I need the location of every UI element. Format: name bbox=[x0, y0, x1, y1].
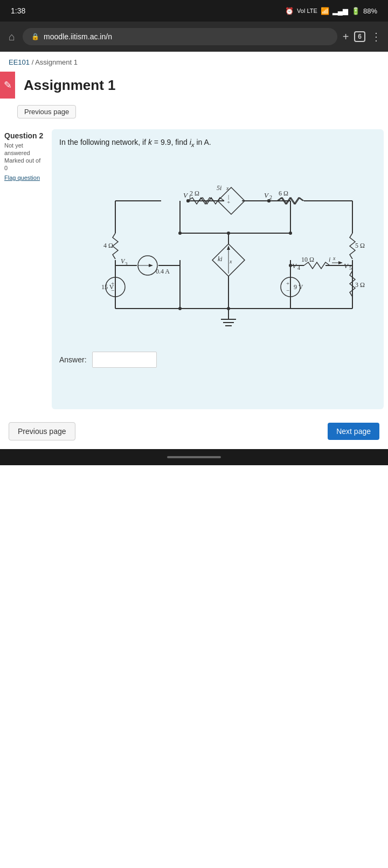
question-text: In the following network, if k = 9.9, fi… bbox=[59, 137, 376, 149]
bottom-bar bbox=[0, 449, 388, 465]
url-bar[interactable]: 🔒 moodle.iitism.ac.in/n bbox=[23, 28, 337, 45]
svg-text:x: x bbox=[332, 255, 336, 261]
svg-text:+: + bbox=[227, 199, 230, 205]
question-status-2: answered bbox=[4, 150, 47, 156]
page-title-area: ✎ Assignment 1 bbox=[0, 68, 388, 103]
svg-text:i: i bbox=[329, 256, 330, 263]
wifi-icon: 📶 bbox=[321, 7, 329, 15]
page-title: Assignment 1 bbox=[20, 77, 116, 94]
svg-text:5 Ω: 5 Ω bbox=[355, 242, 365, 249]
answer-area: Answer: bbox=[59, 352, 376, 368]
breadcrumb-page: Assignment 1 bbox=[35, 58, 78, 66]
svg-point-32 bbox=[178, 232, 182, 235]
svg-text:0.4 A: 0.4 A bbox=[156, 268, 170, 275]
svg-text:2: 2 bbox=[269, 194, 272, 200]
status-bar: 1:38 ⏰ Vol LTE 📶 ▂▄▆ 🔋 88% bbox=[0, 0, 388, 22]
question-marked-value: 0 bbox=[4, 165, 47, 171]
svg-text:4: 4 bbox=[297, 265, 300, 271]
back-button[interactable]: Previous page bbox=[17, 105, 76, 118]
flag-question-link[interactable]: Flag question bbox=[4, 174, 40, 181]
home-indicator bbox=[167, 456, 221, 458]
battery-pct: 88% bbox=[363, 7, 377, 15]
question-box: In the following network, if k = 9.9, fi… bbox=[52, 129, 384, 409]
answer-input[interactable] bbox=[92, 352, 157, 368]
question-sidebar: Question 2 Not yet answered Marked out o… bbox=[4, 129, 47, 409]
svg-text:5: 5 bbox=[349, 265, 352, 271]
svg-text:5i: 5i bbox=[217, 184, 221, 192]
svg-text:x: x bbox=[229, 258, 232, 264]
svg-text:+: + bbox=[286, 280, 289, 286]
page-content: EE101 / Assignment 1 ✎ Assignment 1 Prev… bbox=[0, 52, 388, 449]
next-page-button[interactable]: Next page bbox=[328, 423, 379, 440]
svg-text:ki: ki bbox=[218, 255, 223, 263]
browser-menu-button[interactable]: ⋮ bbox=[371, 30, 382, 43]
previous-page-button[interactable]: Previous page bbox=[9, 422, 75, 440]
breadcrumb: EE101 / Assignment 1 bbox=[0, 52, 388, 68]
svg-text:x: x bbox=[226, 185, 229, 191]
svg-text:3 Ω: 3 Ω bbox=[355, 281, 365, 289]
question-number: Question 2 bbox=[4, 131, 47, 140]
svg-text:6 Ω: 6 Ω bbox=[279, 190, 288, 197]
main-layout: Question 2 Not yet answered Marked out o… bbox=[0, 129, 388, 409]
tab-count[interactable]: 6 bbox=[354, 31, 365, 42]
browser-chrome: ⌂ 🔒 moodle.iitism.ac.in/n + 6 ⋮ bbox=[0, 22, 388, 52]
clock-icon: ⏰ bbox=[285, 7, 294, 15]
svg-text:4 Ω: 4 Ω bbox=[103, 242, 113, 249]
status-icons: ⏰ Vol LTE 📶 ▂▄▆ 🔋 88% bbox=[285, 7, 377, 15]
svg-point-34 bbox=[289, 232, 292, 235]
question-marked-label: Marked out of bbox=[4, 157, 47, 164]
home-button[interactable]: ⌂ bbox=[6, 29, 17, 45]
lock-icon: 🔒 bbox=[31, 33, 39, 40]
svg-text:V: V bbox=[264, 191, 269, 199]
svg-point-33 bbox=[227, 232, 230, 235]
lte-icon: Vol LTE bbox=[297, 8, 317, 14]
answer-label: Answer: bbox=[59, 355, 87, 364]
svg-text:1: 1 bbox=[189, 194, 191, 200]
svg-text:9 V: 9 V bbox=[294, 283, 303, 291]
svg-text:15 V: 15 V bbox=[101, 283, 114, 291]
question-status-1: Not yet bbox=[4, 142, 47, 149]
url-text: moodle.iitism.ac.in/n bbox=[44, 32, 112, 41]
breadcrumb-course[interactable]: EE101 bbox=[9, 58, 30, 66]
battery-icon: 🔋 bbox=[351, 7, 360, 15]
nav-buttons: Previous page Next page bbox=[0, 414, 388, 449]
svg-text:3: 3 bbox=[125, 261, 128, 267]
svg-point-12 bbox=[178, 307, 182, 310]
svg-text:−: − bbox=[286, 287, 289, 293]
title-bookmark: ✎ bbox=[0, 72, 15, 99]
svg-text:V: V bbox=[183, 191, 189, 199]
time: 1:38 bbox=[11, 6, 25, 15]
add-tab-button[interactable]: + bbox=[343, 31, 349, 43]
circuit-diagram: 4 Ω 2 Ω 6 Ω 5 Ω 10 Ω bbox=[59, 158, 376, 341]
signal-bars: ▂▄▆ bbox=[332, 7, 348, 15]
